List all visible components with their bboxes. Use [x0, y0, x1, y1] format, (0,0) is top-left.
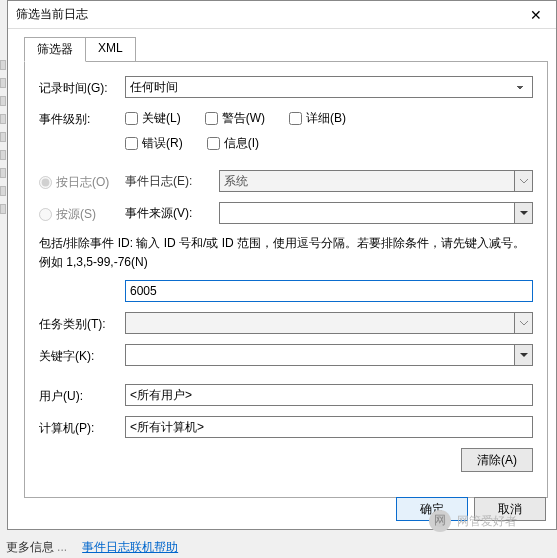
label-user: 用户(U): [39, 385, 125, 405]
input-event-id[interactable] [125, 280, 533, 302]
tab-strip: 筛选器 XML [24, 37, 548, 62]
label-keywords: 关键字(K): [39, 345, 125, 365]
combo-keywords[interactable] [125, 344, 533, 366]
combo-task-category [125, 312, 533, 334]
tab-panel-filter: 记录时间(G): 任何时间 事件级别: 关键(L) 警告(W) 详细(B) 错误… [24, 61, 548, 498]
event-id-hint: 包括/排除事件 ID: 输入 ID 号和/或 ID 范围，使用逗号分隔。若要排除… [39, 234, 533, 272]
chk-verbose[interactable]: 详细(B) [289, 110, 346, 127]
chk-info[interactable]: 信息(I) [207, 135, 259, 152]
radio-by-log: 按日志(O) [39, 171, 125, 191]
chk-warning[interactable]: 警告(W) [205, 110, 265, 127]
label-log-time: 记录时间(G): [39, 77, 125, 97]
window-title: 筛选当前日志 [16, 6, 516, 23]
close-button[interactable]: ✕ [516, 1, 556, 29]
dialog-window: 筛选当前日志 ✕ 筛选器 XML 记录时间(G): 任何时间 事件级别: 关键(… [7, 0, 557, 530]
dropdown-icon [514, 171, 532, 191]
dropdown-icon[interactable] [514, 203, 532, 223]
footer-link[interactable]: 事件日志联机帮助 [82, 540, 178, 554]
radio-by-source: 按源(S) [39, 203, 125, 223]
dropdown-icon [514, 313, 532, 333]
tab-xml[interactable]: XML [85, 37, 136, 62]
label-task-category: 任务类别(T): [39, 313, 125, 333]
select-log-time[interactable]: 任何时间 [125, 76, 533, 98]
label-event-source: 事件来源(V): [125, 205, 219, 222]
chk-error[interactable]: 错误(R) [125, 135, 183, 152]
tab-filter[interactable]: 筛选器 [24, 37, 86, 62]
footer-strip: 更多信息 ... 事件日志联机帮助 [6, 539, 178, 556]
input-computer[interactable] [125, 416, 533, 438]
dialog-button-row: 确定 取消 [396, 497, 546, 521]
label-computer: 计算机(P): [39, 417, 125, 437]
combo-event-log [219, 170, 533, 192]
chk-critical[interactable]: 关键(L) [125, 110, 181, 127]
clear-button[interactable]: 清除(A) [461, 448, 533, 472]
cancel-button[interactable]: 取消 [474, 497, 546, 521]
left-edge-handles [0, 60, 6, 490]
input-user[interactable] [125, 384, 533, 406]
titlebar: 筛选当前日志 ✕ [8, 1, 556, 29]
label-event-level: 事件级别: [39, 108, 125, 128]
ok-button[interactable]: 确定 [396, 497, 468, 521]
dropdown-icon[interactable] [514, 345, 532, 365]
label-event-log: 事件日志(E): [125, 173, 219, 190]
combo-event-source[interactable] [219, 202, 533, 224]
